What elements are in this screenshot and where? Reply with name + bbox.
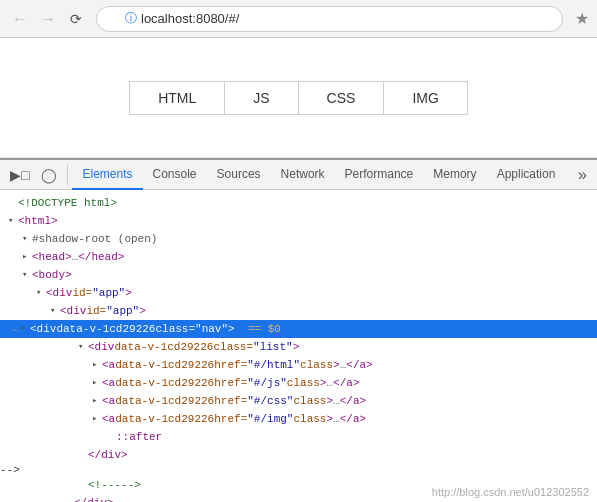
dom-tree: <!DOCTYPE html> <html> #shadow-root (ope… [0, 190, 597, 502]
div-nav-close: </div> [74, 495, 114, 502]
dom-line-doctype[interactable]: <!DOCTYPE html> [0, 194, 597, 212]
html-tag: <html> [18, 213, 58, 229]
more-tabs-button[interactable]: » [572, 164, 593, 186]
info-icon: ⓘ [125, 10, 137, 27]
triangle-a-html[interactable] [92, 357, 102, 373]
bookmark-button[interactable]: ★ [575, 9, 589, 28]
div-list-close: </div> [88, 447, 128, 463]
toolbar-separator [67, 165, 68, 185]
inspect-element-button[interactable]: ▶□ [4, 161, 35, 189]
triangle-body[interactable] [22, 267, 32, 283]
div-nav-close-bracket: > [228, 321, 235, 337]
div-app-outer-open: <div [46, 285, 72, 301]
head-ellipsis: … [72, 249, 79, 265]
dom-line-div-nav[interactable]: … <div data-v-1cd29226 class="nav"> == $… [0, 320, 597, 338]
a-js-open: <a [102, 375, 115, 391]
url-display: localhost:8080/#/ [141, 11, 239, 26]
devtools-toolbar: ▶□ ◯ Elements Console Sources Network Pe… [0, 160, 597, 190]
after-pseudo: ::after [116, 429, 162, 445]
dom-line-div-app-outer[interactable]: <div id="app"> [0, 284, 597, 302]
dots-indicator: … [12, 321, 18, 337]
head-tag: <head> [32, 249, 72, 265]
watermark: http://blog.csdn.net/u012302552 [432, 486, 589, 498]
triangle-a-img[interactable] [92, 411, 102, 427]
doctype-text: <!DOCTYPE html> [18, 195, 117, 211]
tab-js[interactable]: JS [225, 82, 298, 114]
dom-line-div-list-close[interactable]: </div> [0, 446, 597, 464]
tab-memory[interactable]: Memory [423, 161, 486, 190]
tab-console[interactable]: Console [143, 161, 207, 190]
dom-line-a-css[interactable]: <a data-v-1cd29226 href="#/css" class>…<… [0, 392, 597, 410]
triangle-a-css[interactable] [92, 393, 102, 409]
triangle-head[interactable] [22, 249, 32, 265]
div-nav-class-val: "nav" [195, 321, 228, 337]
triangle-html[interactable] [8, 213, 18, 229]
body-tag: <body> [32, 267, 72, 283]
dom-line-a-html[interactable]: <a data-v-1cd29226 href="#/html" class>…… [0, 356, 597, 374]
dom-line-a-js[interactable]: <a data-v-1cd29226 href="#/js" class>…</… [0, 374, 597, 392]
tab-html[interactable]: HTML [130, 82, 225, 114]
nav-buttons: ← → ⟳ [8, 7, 88, 31]
a-img-open: <a [102, 411, 115, 427]
tab-performance[interactable]: Performance [335, 161, 424, 190]
back-button[interactable]: ← [8, 7, 32, 31]
triangle-div-app-inner[interactable] [50, 303, 60, 319]
devtools-panel: ▶□ ◯ Elements Console Sources Network Pe… [0, 158, 597, 502]
tab-network[interactable]: Network [271, 161, 335, 190]
device-toggle-button[interactable]: ◯ [35, 161, 63, 189]
shadow-root-text: #shadow-root (open) [32, 231, 157, 247]
a-css-open: <a [102, 393, 115, 409]
dom-tree-container: <!DOCTYPE html> <html> #shadow-root (ope… [0, 190, 597, 502]
eq-s0: == $0 [235, 321, 281, 337]
head-close: </head> [78, 249, 124, 265]
page-nav-tabs: HTML JS CSS IMG [129, 81, 468, 115]
a-html-open: <a [102, 357, 115, 373]
address-bar[interactable]: ⓘ localhost:8080/#/ [96, 6, 563, 32]
dom-line-body[interactable]: <body> [0, 266, 597, 284]
triangle-a-js[interactable] [92, 375, 102, 391]
triangle-div-nav[interactable] [20, 321, 30, 337]
div-nav-attr1: data-v-1cd29226 [56, 321, 155, 337]
forward-button[interactable]: → [36, 7, 60, 31]
dom-line-html[interactable]: <html> [0, 212, 597, 230]
tab-elements[interactable]: Elements [72, 161, 142, 190]
tab-img[interactable]: IMG [384, 82, 466, 114]
tab-application[interactable]: Application [487, 161, 566, 190]
tab-css[interactable]: CSS [299, 82, 385, 114]
dom-line-div-list[interactable]: <div data-v-1cd29226 class="list"> [0, 338, 597, 356]
dom-line-a-img[interactable]: <a data-v-1cd29226 href="#/img" class>…<… [0, 410, 597, 428]
triangle-shadow[interactable] [22, 231, 32, 247]
div-app-inner-open: <div [60, 303, 86, 319]
dom-line-div-app-inner[interactable]: <div id="app"> [0, 302, 597, 320]
triangle-div-list[interactable] [78, 339, 88, 355]
div-nav-open: <div [30, 321, 56, 337]
tab-sources[interactable]: Sources [207, 161, 271, 190]
div-list-open: <div [88, 339, 114, 355]
empty-comment: <!-----> [88, 477, 141, 493]
browser-toolbar: ← → ⟳ ⓘ localhost:8080/#/ ★ [0, 0, 597, 38]
dom-line-after[interactable]: ::after [0, 428, 597, 446]
reload-button[interactable]: ⟳ [64, 7, 88, 31]
dom-line-shadow[interactable]: #shadow-root (open) [0, 230, 597, 248]
dom-line-head[interactable]: <head>…</head> [0, 248, 597, 266]
div-nav-class-attr: class= [155, 321, 195, 337]
page-content: HTML JS CSS IMG [0, 38, 597, 158]
triangle-div-app-outer[interactable] [36, 285, 46, 301]
